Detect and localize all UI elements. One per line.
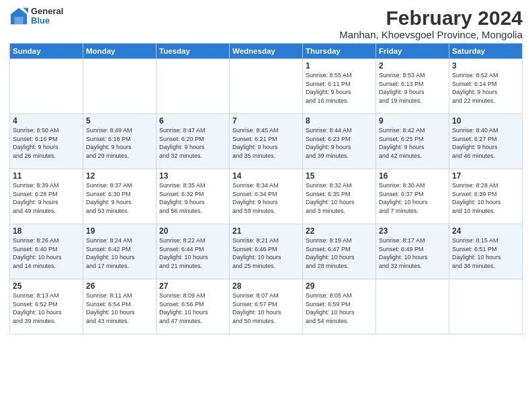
calendar-week-2: 11Sunrise: 8:39 AMSunset: 6:28 PMDayligh…	[10, 169, 523, 224]
logo-icon	[9, 7, 28, 26]
main-title: February 2024	[339, 7, 523, 29]
calendar-cell	[449, 279, 523, 334]
calendar-cell	[10, 59, 83, 114]
day-number: 25	[13, 281, 80, 291]
calendar-cell: 2Sunrise: 8:53 AMSunset: 6:13 PMDaylight…	[376, 59, 449, 114]
calendar-cell: 21Sunrise: 8:21 AMSunset: 6:46 PMDayligh…	[230, 224, 303, 279]
day-number: 28	[232, 281, 300, 291]
day-number: 13	[159, 171, 226, 181]
day-info: Sunrise: 8:26 AMSunset: 6:40 PMDaylight:…	[13, 236, 80, 270]
calendar-cell: 7Sunrise: 8:45 AMSunset: 6:21 PMDaylight…	[230, 114, 303, 169]
day-info: Sunrise: 8:28 AMSunset: 6:39 PMDaylight:…	[452, 181, 519, 215]
logo-blue-text: Blue	[31, 16, 63, 26]
calendar-header-friday: Friday	[376, 44, 449, 59]
day-info: Sunrise: 8:32 AMSunset: 6:35 PMDaylight:…	[306, 181, 373, 215]
day-number: 12	[86, 171, 153, 181]
day-info: Sunrise: 8:05 AMSunset: 6:59 PMDaylight:…	[306, 291, 373, 325]
header: General Blue February 2024 Manhan, Khoev…	[9, 7, 523, 40]
day-number: 5	[86, 116, 153, 126]
day-number: 27	[159, 281, 226, 291]
day-info: Sunrise: 8:09 AMSunset: 6:56 PMDaylight:…	[159, 291, 226, 325]
day-info: Sunrise: 8:55 AMSunset: 6:11 PMDaylight:…	[306, 71, 373, 105]
day-info: Sunrise: 8:34 AMSunset: 6:34 PMDaylight:…	[232, 181, 300, 215]
day-number: 4	[13, 116, 80, 126]
day-info: Sunrise: 8:49 AMSunset: 6:18 PMDaylight:…	[86, 126, 153, 160]
day-number: 9	[379, 116, 446, 126]
calendar-cell: 14Sunrise: 8:34 AMSunset: 6:34 PMDayligh…	[230, 169, 303, 224]
day-info: Sunrise: 8:40 AMSunset: 6:27 PMDaylight:…	[452, 126, 519, 160]
title-area: February 2024 Manhan, Khoevsgoel Provinc…	[339, 7, 523, 40]
day-info: Sunrise: 8:22 AMSunset: 6:44 PMDaylight:…	[159, 236, 226, 270]
day-number: 3	[452, 61, 519, 71]
calendar-cell: 27Sunrise: 8:09 AMSunset: 6:56 PMDayligh…	[157, 279, 230, 334]
calendar-cell: 26Sunrise: 8:11 AMSunset: 6:54 PMDayligh…	[83, 279, 157, 334]
day-info: Sunrise: 8:11 AMSunset: 6:54 PMDaylight:…	[86, 291, 153, 325]
calendar-week-3: 18Sunrise: 8:26 AMSunset: 6:40 PMDayligh…	[10, 224, 523, 279]
calendar-week-1: 4Sunrise: 8:50 AMSunset: 6:16 PMDaylight…	[10, 114, 523, 169]
calendar-cell: 22Sunrise: 8:19 AMSunset: 6:47 PMDayligh…	[303, 224, 376, 279]
day-info: Sunrise: 8:19 AMSunset: 6:47 PMDaylight:…	[306, 236, 373, 270]
day-info: Sunrise: 8:24 AMSunset: 6:42 PMDaylight:…	[86, 236, 153, 270]
day-number: 26	[86, 281, 153, 291]
calendar-header-saturday: Saturday	[449, 44, 523, 59]
day-info: Sunrise: 8:39 AMSunset: 6:28 PMDaylight:…	[13, 181, 80, 215]
day-info: Sunrise: 8:42 AMSunset: 6:25 PMDaylight:…	[379, 126, 446, 160]
calendar-cell	[376, 279, 449, 334]
calendar-cell: 25Sunrise: 8:13 AMSunset: 6:52 PMDayligh…	[10, 279, 83, 334]
day-number: 11	[13, 171, 80, 181]
day-info: Sunrise: 8:45 AMSunset: 6:21 PMDaylight:…	[232, 126, 300, 160]
day-info: Sunrise: 8:52 AMSunset: 6:14 PMDaylight:…	[452, 71, 519, 105]
calendar-cell: 15Sunrise: 8:32 AMSunset: 6:35 PMDayligh…	[303, 169, 376, 224]
calendar-cell: 18Sunrise: 8:26 AMSunset: 6:40 PMDayligh…	[10, 224, 83, 279]
calendar-week-0: 1Sunrise: 8:55 AMSunset: 6:11 PMDaylight…	[10, 59, 523, 114]
day-number: 7	[232, 116, 300, 126]
calendar-cell: 12Sunrise: 8:37 AMSunset: 6:30 PMDayligh…	[83, 169, 157, 224]
calendar-cell: 29Sunrise: 8:05 AMSunset: 6:59 PMDayligh…	[303, 279, 376, 334]
calendar-cell: 10Sunrise: 8:40 AMSunset: 6:27 PMDayligh…	[449, 114, 523, 169]
calendar-week-4: 25Sunrise: 8:13 AMSunset: 6:52 PMDayligh…	[10, 279, 523, 334]
day-number: 6	[159, 116, 226, 126]
calendar-header-tuesday: Tuesday	[157, 44, 230, 59]
day-number: 18	[13, 226, 80, 236]
calendar-cell: 20Sunrise: 8:22 AMSunset: 6:44 PMDayligh…	[157, 224, 230, 279]
day-info: Sunrise: 8:44 AMSunset: 6:23 PMDaylight:…	[306, 126, 373, 160]
calendar-cell: 9Sunrise: 8:42 AMSunset: 6:25 PMDaylight…	[376, 114, 449, 169]
page: General Blue February 2024 Manhan, Khoev…	[0, 0, 532, 411]
logo-general-text: General	[31, 7, 63, 16]
day-number: 10	[452, 116, 519, 126]
svg-rect-2	[14, 17, 23, 24]
calendar-cell: 13Sunrise: 8:35 AMSunset: 6:32 PMDayligh…	[157, 169, 230, 224]
calendar-cell: 28Sunrise: 8:07 AMSunset: 6:57 PMDayligh…	[230, 279, 303, 334]
day-info: Sunrise: 8:07 AMSunset: 6:57 PMDaylight:…	[232, 291, 300, 325]
day-info: Sunrise: 8:17 AMSunset: 6:49 PMDaylight:…	[379, 236, 446, 270]
day-info: Sunrise: 8:15 AMSunset: 6:51 PMDaylight:…	[452, 236, 519, 270]
day-number: 16	[379, 171, 446, 181]
calendar-cell: 11Sunrise: 8:39 AMSunset: 6:28 PMDayligh…	[10, 169, 83, 224]
day-number: 1	[306, 61, 373, 71]
day-number: 24	[452, 226, 519, 236]
calendar-cell: 17Sunrise: 8:28 AMSunset: 6:39 PMDayligh…	[449, 169, 523, 224]
day-number: 21	[232, 226, 300, 236]
calendar-cell: 23Sunrise: 8:17 AMSunset: 6:49 PMDayligh…	[376, 224, 449, 279]
calendar-cell: 8Sunrise: 8:44 AMSunset: 6:23 PMDaylight…	[303, 114, 376, 169]
day-info: Sunrise: 8:53 AMSunset: 6:13 PMDaylight:…	[379, 71, 446, 105]
day-info: Sunrise: 8:21 AMSunset: 6:46 PMDaylight:…	[232, 236, 300, 270]
day-number: 14	[232, 171, 300, 181]
day-info: Sunrise: 8:30 AMSunset: 6:37 PMDaylight:…	[379, 181, 446, 215]
calendar-cell: 5Sunrise: 8:49 AMSunset: 6:18 PMDaylight…	[83, 114, 157, 169]
calendar-cell	[230, 59, 303, 114]
day-info: Sunrise: 8:35 AMSunset: 6:32 PMDaylight:…	[159, 181, 226, 215]
day-number: 8	[306, 116, 373, 126]
day-number: 19	[86, 226, 153, 236]
calendar-table: SundayMondayTuesdayWednesdayThursdayFrid…	[9, 43, 523, 334]
day-number: 22	[306, 226, 373, 236]
calendar-header-monday: Monday	[83, 44, 157, 59]
logo-text: General Blue	[31, 7, 63, 26]
calendar-header-wednesday: Wednesday	[230, 44, 303, 59]
calendar-header-thursday: Thursday	[303, 44, 376, 59]
logo: General Blue	[9, 7, 63, 26]
calendar-cell	[157, 59, 230, 114]
calendar-cell: 6Sunrise: 8:47 AMSunset: 6:20 PMDaylight…	[157, 114, 230, 169]
day-info: Sunrise: 8:13 AMSunset: 6:52 PMDaylight:…	[13, 291, 80, 325]
calendar-header-row: SundayMondayTuesdayWednesdayThursdayFrid…	[10, 44, 523, 59]
